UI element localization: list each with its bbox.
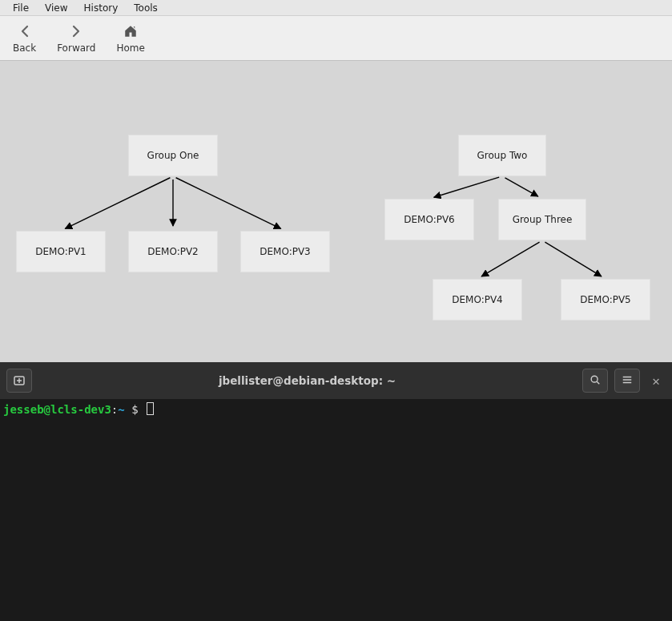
terminal-menu-button[interactable] — [614, 369, 640, 393]
node-pv6[interactable]: DEMO:PV6 — [384, 199, 474, 240]
close-icon: ✕ — [652, 373, 660, 389]
node-pv2[interactable]: DEMO:PV2 — [128, 231, 218, 272]
forward-label: Forward — [57, 42, 95, 54]
svg-line-3 — [434, 177, 499, 197]
menubar: File View History Tools — [0, 0, 672, 16]
diagram-canvas[interactable]: Group One Group Two Group Three DEMO:PV1… — [0, 61, 672, 362]
node-pv3[interactable]: DEMO:PV3 — [240, 231, 330, 272]
node-group-two[interactable]: Group Two — [458, 135, 546, 176]
search-icon — [590, 374, 601, 388]
terminal-window: jbellister@debian-desktop: ~ ✕ jesseb@lc… — [0, 362, 672, 621]
svg-line-6 — [545, 242, 601, 276]
node-group-three[interactable]: Group Three — [498, 199, 586, 240]
node-label: Group Three — [513, 214, 573, 225]
back-label: Back — [13, 42, 36, 54]
home-icon — [123, 23, 138, 39]
home-button[interactable]: Home — [110, 20, 151, 57]
node-group-one[interactable]: Group One — [128, 135, 218, 176]
menu-view[interactable]: View — [37, 1, 75, 15]
svg-line-5 — [481, 242, 539, 276]
terminal-titlebar: jbellister@debian-desktop: ~ ✕ — [0, 362, 672, 399]
menu-file[interactable]: File — [5, 1, 37, 15]
node-pv5[interactable]: DEMO:PV5 — [561, 279, 650, 321]
node-label: DEMO:PV3 — [260, 246, 311, 257]
menu-history[interactable]: History — [76, 1, 127, 15]
node-label: DEMO:PV4 — [452, 294, 503, 305]
node-label: Group One — [147, 150, 199, 161]
node-pv1[interactable]: DEMO:PV1 — [16, 231, 106, 272]
back-button[interactable]: Back — [6, 20, 42, 57]
node-label: DEMO:PV1 — [35, 246, 87, 257]
svg-point-8 — [591, 376, 598, 382]
toolbar: Back Forward Home — [0, 16, 672, 61]
node-label: DEMO:PV6 — [404, 214, 455, 225]
home-label: Home — [116, 42, 144, 54]
svg-line-9 — [597, 381, 599, 384]
svg-line-0 — [65, 178, 170, 229]
terminal-title: jbellister@debian-desktop: ~ — [38, 374, 576, 387]
new-tab-icon — [13, 373, 26, 389]
node-label: DEMO:PV5 — [580, 294, 631, 305]
chevron-right-icon — [70, 23, 82, 39]
menu-tools[interactable]: Tools — [126, 1, 166, 15]
svg-line-4 — [505, 178, 537, 196]
hamburger-icon — [622, 374, 633, 388]
terminal-cursor — [147, 402, 154, 415]
svg-line-2 — [176, 178, 281, 229]
prompt-symbol: $ — [131, 403, 138, 416]
node-pv4[interactable]: DEMO:PV4 — [433, 279, 522, 321]
node-label: Group Two — [477, 150, 528, 161]
terminal-body[interactable]: jesseb@lcls-dev3:~ $ — [0, 399, 672, 420]
new-tab-button[interactable] — [6, 369, 32, 393]
forward-button[interactable]: Forward — [50, 20, 102, 57]
prompt-user-host: jesseb@lcls-dev3 — [3, 403, 111, 416]
terminal-close-button[interactable]: ✕ — [646, 373, 666, 389]
node-label: DEMO:PV2 — [147, 246, 199, 257]
chevron-left-icon — [19, 23, 30, 39]
prompt-path: ~ — [118, 403, 124, 416]
terminal-search-button[interactable] — [582, 369, 608, 393]
